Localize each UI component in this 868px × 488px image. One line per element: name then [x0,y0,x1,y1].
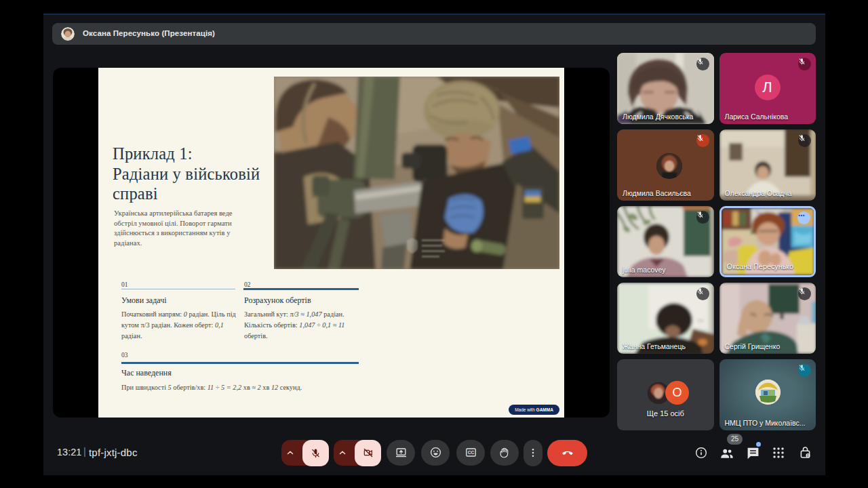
svg-text:CC: CC [467,450,474,455]
